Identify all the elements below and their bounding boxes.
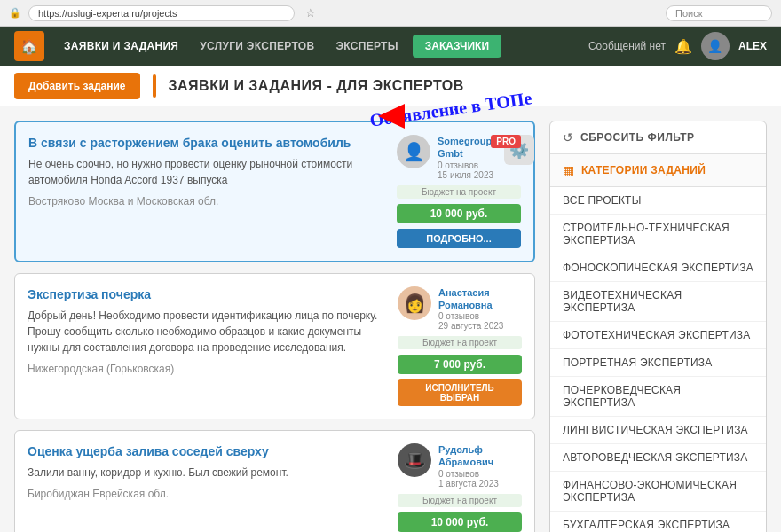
project-title-1[interactable]: В связи с расторжением брака оценить авт… <box>28 135 386 151</box>
project-right-2: 👩 Анастасия Романовна 0 отзывов 29 авгус… <box>398 286 522 407</box>
reset-filter-btn[interactable]: ↺ СБРОСИТЬ ФИЛЬТР <box>550 121 766 154</box>
browser-bar: 🔒 https://uslugi-experta.ru/projects ☆ П… <box>0 0 781 27</box>
reset-label: СБРОСИТЬ ФИЛЬТР <box>580 131 695 144</box>
project-body-1: В связи с расторжением брака оценить авт… <box>28 135 386 248</box>
project-right-3: 🎩 Рудольф Абрамович 0 отзывов 1 августа … <box>398 443 522 532</box>
project-card-2: Экспертиза почерка Добрый день! Необходи… <box>14 273 535 420</box>
project-card-3: Оценка ущерба залива соседей сверху Зали… <box>14 430 535 532</box>
avatar[interactable]: 👤 <box>701 32 730 60</box>
project-body-2: Экспертиза почерка Добрый день! Необходи… <box>28 286 387 407</box>
project-card-1: В связи с расторжением брака оценить авт… <box>14 121 535 262</box>
reset-icon: ↺ <box>563 130 573 145</box>
project-location-1: Востряково Москва и Московская обл. <box>28 195 386 207</box>
categories-icon: ▦ <box>563 163 574 177</box>
expert-details-3: Рудольф Абрамович 0 отзывов 1 августа 20… <box>438 443 522 489</box>
nav-item-tasks[interactable]: ЗАЯВКИ И ЗАДАНИЯ <box>53 27 189 66</box>
project-desc-1: Не очень срочно, но нужно провести оценк… <box>28 156 386 188</box>
sidebar-item-accounting[interactable]: БУХГАЛТЕРСКАЯ ЭКСПЕРТИЗА <box>550 512 766 532</box>
pro-badge-1: PRO <box>491 135 521 148</box>
sidebar-item-financial[interactable]: ФИНАНСОВО-ЭКОНОМИЧЕСКАЯ ЭКСПЕРТИЗА <box>550 472 766 512</box>
expert-avatar-2: 👩 <box>398 286 431 320</box>
expert-info-3: 🎩 Рудольф Абрамович 0 отзывов 1 августа … <box>398 443 522 489</box>
expert-info-2: 👩 Анастасия Романовна 0 отзывов 29 авгус… <box>398 286 522 332</box>
expert-details-2: Анастасия Романовна 0 отзывов 29 августа… <box>438 286 522 332</box>
budget-label-2: Бюджет на проект <box>398 336 522 349</box>
sidebar-item-construction[interactable]: СТРОИТЕЛЬНО-ТЕХНИЧЕСКАЯ ЭКСПЕРТИЗА <box>550 215 766 254</box>
expert-reviews-2: 0 отзывов <box>438 311 522 321</box>
nav-right: Сообщений нет 🔔 👤 ALEX <box>588 32 767 60</box>
star-icon[interactable]: ☆ <box>305 6 316 20</box>
lock-icon: 🔒 <box>9 7 21 19</box>
expert-name-1: Somegroupe Gmbt <box>438 135 497 160</box>
project-location-2: Нижегородская (Горьковская) <box>28 363 387 375</box>
categories-label: КАТЕГОРИИ ЗАДАНИЙ <box>581 164 706 176</box>
browser-url[interactable]: https://uslugi-experta.ru/projects <box>28 5 295 21</box>
budget-amount-2: 7 000 руб. <box>398 355 522 374</box>
expert-date-1: 15 июля 2023 <box>438 170 497 180</box>
selected-badge-2: ИСПОЛНИТЕЛЬ ВЫБРАН <box>398 379 522 406</box>
page-title: ЗАЯВКИ И ЗАДАНИЯ - ДЛЯ ЭКСПЕРТОВ <box>169 78 464 94</box>
expert-name-3: Рудольф Абрамович <box>438 443 522 469</box>
header-divider <box>153 74 156 98</box>
sub-header: Добавить задание ЗАЯВКИ И ЗАДАНИЯ - ДЛЯ … <box>0 66 781 106</box>
expert-avatar-3: 🎩 <box>398 443 431 477</box>
project-desc-2: Добрый день! Необходимо провести идентиф… <box>28 308 387 356</box>
browser-search[interactable]: Поиск <box>666 5 772 21</box>
nav-btn-customers[interactable]: ЗАКАЗЧИКИ <box>413 35 501 58</box>
expert-name-2: Анастасия Романовна <box>438 286 522 312</box>
nav-username: ALEX <box>738 40 767 52</box>
details-btn-1[interactable]: ПОДРОБНО... <box>397 229 521 248</box>
sidebar: ↺ СБРОСИТЬ ФИЛЬТР ▦ КАТЕГОРИИ ЗАДАНИЙ ВС… <box>549 121 767 532</box>
expert-reviews-1: 0 отзывов <box>438 160 497 170</box>
main-content: Объявление в ТОПе В связи с расторжением… <box>0 106 781 532</box>
nav-item-experts[interactable]: ЭКСПЕРТЫ <box>325 27 408 66</box>
project-title-2[interactable]: Экспертиза почерка <box>28 286 387 302</box>
expert-date-2: 29 августа 2023 <box>438 321 522 331</box>
sidebar-box: ↺ СБРОСИТЬ ФИЛЬТР ▦ КАТЕГОРИИ ЗАДАНИЙ ВС… <box>549 121 767 532</box>
project-body-3: Оценка ущерба залива соседей сверху Зали… <box>28 443 387 532</box>
sidebar-item-phototechnical[interactable]: ФОТОТЕХНИЧЕСКАЯ ЭКСПЕРТИЗА <box>550 322 766 349</box>
sidebar-item-videotechnical[interactable]: ВИДЕОТЕХНИЧЕСКАЯ ЭКСПЕРТИЗА <box>550 282 766 322</box>
nav-logo[interactable]: 🏠 <box>14 31 44 61</box>
sidebar-item-authorship[interactable]: АВТОРОВEДЧЕСКАЯ ЭКСПЕРТИЗА <box>550 444 766 472</box>
expert-date-3: 1 августа 2023 <box>438 479 522 489</box>
sidebar-item-linguistic[interactable]: ЛИНГВИСТИЧЕСКАЯ ЭКСПЕРТИЗА <box>550 417 766 444</box>
nav-item-services[interactable]: УСЛУГИ ЭКСПЕРТОВ <box>189 27 325 66</box>
bell-icon[interactable]: 🔔 <box>674 38 692 55</box>
sidebar-item-all[interactable]: ВСЕ ПРОЕКТЫ <box>550 187 766 215</box>
project-right-1: 👤 Somegroupe Gmbt 0 отзывов 15 июля 2023… <box>397 135 521 248</box>
projects-list: В связи с расторжением брака оценить авт… <box>14 121 535 532</box>
home-icon: 🏠 <box>20 38 38 55</box>
add-task-button[interactable]: Добавить задание <box>14 73 140 99</box>
expert-details-1: Somegroupe Gmbt 0 отзывов 15 июля 2023 <box>438 135 497 180</box>
expert-avatar-1: 👤 <box>397 135 430 168</box>
budget-label-3: Бюджет на проект <box>398 494 522 507</box>
sidebar-item-phonoscopic[interactable]: ФОНОСКОПИЧЕСКАЯ ЭКСПЕРТИЗА <box>550 254 766 282</box>
project-location-3: Биробиджан Еврейская обл. <box>28 488 387 500</box>
budget-label-1: Бюджет на проект <box>397 185 521 199</box>
project-desc-3: Залили ванну, коридор и кухню. Был свежи… <box>28 465 387 481</box>
sidebar-item-handwriting[interactable]: ПОЧЕРКОВЕДЧЕСКАЯ ЭКСПЕРТИЗА <box>550 377 766 417</box>
nav-messages: Сообщений нет <box>588 40 666 52</box>
budget-amount-3: 10 000 руб. <box>398 512 522 532</box>
top-nav: 🏠 ЗАЯВКИ И ЗАДАНИЯ УСЛУГИ ЭКСПЕРТОВ ЭКСП… <box>0 27 781 66</box>
budget-amount-1: 10 000 руб. <box>397 204 521 223</box>
expert-reviews-3: 0 отзывов <box>438 469 522 479</box>
sidebar-item-portrait[interactable]: ПОРТРЕТНАЯ ЭКСПЕРТИЗА <box>550 349 766 377</box>
project-title-3[interactable]: Оценка ущерба залива соседей сверху <box>28 443 387 459</box>
categories-header: ▦ КАТЕГОРИИ ЗАДАНИЙ <box>550 154 766 187</box>
